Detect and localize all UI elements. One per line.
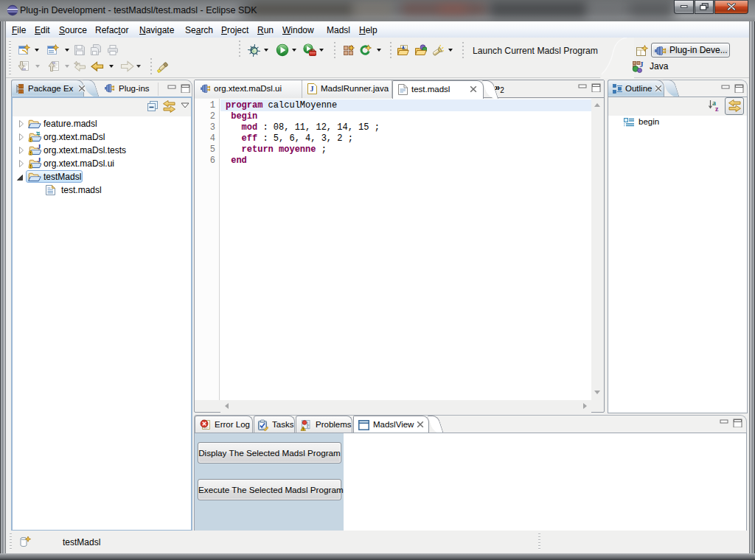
svg-text:J: J	[37, 158, 41, 164]
svg-text:J: J	[37, 144, 41, 150]
svg-text:z: z	[715, 105, 719, 113]
svg-text:J: J	[640, 60, 644, 69]
svg-text:J: J	[310, 85, 314, 93]
